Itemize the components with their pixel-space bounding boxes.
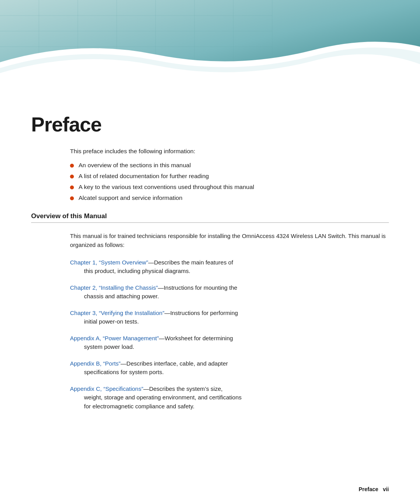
- intro-text: This preface includes the following info…: [70, 148, 389, 155]
- toc-desc: —Instructions for performing: [164, 310, 238, 316]
- section-intro: This manual is for trained technicians r…: [70, 231, 389, 250]
- toc-desc: —Instructions for mounting the: [158, 284, 237, 291]
- toc-entry-4: Appendix A, “Power Management”—Worksheet…: [70, 334, 389, 352]
- toc-link[interactable]: Chapter 1, “System Overview”: [70, 259, 148, 266]
- toc-desc-cont2: for electromagnetic compliance and safet…: [84, 403, 194, 410]
- toc-desc-cont: chassis and attaching power.: [84, 293, 159, 299]
- toc-entry-line2: specifications for system ports.: [84, 368, 389, 377]
- list-item: Alcatel support and service information: [70, 194, 389, 201]
- toc-entry-line1: Appendix C, “Specifications”—Describes t…: [70, 385, 389, 394]
- toc-entry-line1: Chapter 3, “Verifying the Installation”—…: [70, 309, 389, 318]
- toc-entry-6: Appendix C, “Specifications”—Describes t…: [70, 385, 389, 411]
- toc-entry-line2: system power load.: [84, 343, 389, 352]
- toc-entry-line1: Chapter 1, “System Overview”—Describes t…: [70, 258, 389, 267]
- toc-desc: —Worksheet for determining: [159, 335, 233, 341]
- toc-entry-line2: this product, including physical diagram…: [84, 267, 389, 276]
- toc-desc-cont: system power load.: [84, 343, 134, 350]
- toc-desc-cont: weight, storage and operating environmen…: [84, 394, 242, 401]
- toc-desc-cont: initial power-on tests.: [84, 318, 139, 325]
- toc-entry-line1: Appendix B, “Ports”—Describes interface,…: [70, 359, 389, 368]
- list-item: A key to the various text conventions us…: [70, 184, 389, 191]
- toc-desc-cont: this product, including physical diagram…: [84, 268, 190, 274]
- main-content: Preface This preface includes the follow…: [0, 101, 420, 504]
- toc-entry-line2: weight, storage and operating environmen…: [84, 393, 389, 402]
- toc-entry-2: Chapter 2, “Installing the Chassis”—Inst…: [70, 284, 389, 301]
- footer: Preface vii: [359, 486, 389, 492]
- list-item: A list of related documentation for furt…: [70, 173, 389, 180]
- toc-entry-line1: Chapter 2, “Installing the Chassis”—Inst…: [70, 284, 389, 292]
- toc-desc: —Describes interface, cable, and adapter: [121, 360, 228, 367]
- footer-page: vii: [383, 486, 389, 492]
- page-title: Preface: [31, 113, 389, 136]
- toc-entry-line3: for electromagnetic compliance and safet…: [84, 402, 389, 411]
- toc-link[interactable]: Chapter 2, “Installing the Chassis”: [70, 284, 158, 291]
- toc-entry-line2: initial power-on tests.: [84, 317, 389, 326]
- toc-entry-line2: chassis and attaching power.: [84, 292, 389, 301]
- toc-desc: —Describes the main features of: [148, 259, 233, 266]
- toc-desc: —Describes the system’s size,: [143, 385, 222, 392]
- toc-link[interactable]: Appendix C, “Specifications”: [70, 385, 143, 392]
- toc-entry-5: Appendix B, “Ports”—Describes interface,…: [70, 359, 389, 377]
- toc-entry-line1: Appendix A, “Power Management”—Worksheet…: [70, 334, 389, 343]
- toc-entries: Chapter 1, “System Overview”—Describes t…: [70, 258, 389, 411]
- list-item: An overview of the sections in this manu…: [70, 162, 389, 169]
- section-heading: Overview of this Manual: [31, 212, 389, 223]
- bullet-list: An overview of the sections in this manu…: [70, 162, 389, 201]
- toc-entry-1: Chapter 1, “System Overview”—Describes t…: [70, 258, 389, 276]
- toc-link[interactable]: Appendix B, “Ports”: [70, 360, 121, 367]
- toc-link[interactable]: Chapter 3, “Verifying the Installation”: [70, 310, 164, 316]
- toc-desc-cont: specifications for system ports.: [84, 369, 164, 375]
- header-decoration: [0, 0, 420, 101]
- toc-link[interactable]: Appendix A, “Power Management”: [70, 335, 159, 341]
- toc-entry-3: Chapter 3, “Verifying the Installation”—…: [70, 309, 389, 326]
- footer-label: Preface: [359, 486, 378, 492]
